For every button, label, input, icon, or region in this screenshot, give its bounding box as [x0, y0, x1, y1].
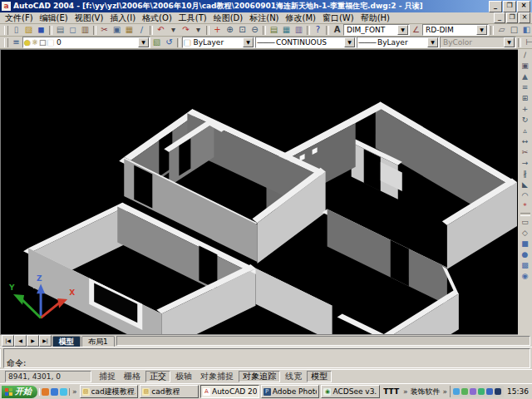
cylinder-button[interactable]: ◉ [519, 271, 531, 282]
restore-button[interactable]: ❐ [503, 1, 516, 12]
color-combo[interactable]: ■ ByLayer ▼ [182, 37, 255, 48]
chevron-icon[interactable]: » [71, 387, 78, 396]
tool-palettes-button[interactable]: ▥ [293, 25, 305, 36]
3d-objects-button[interactable]: ◇ [519, 228, 531, 239]
toggle-6[interactable]: 线宽 [282, 372, 305, 382]
zoom-previous-button[interactable]: ⊖ [249, 25, 261, 36]
toggle-4[interactable]: 对象捕捉 [197, 372, 237, 382]
stretch-button[interactable]: ↔ [519, 136, 531, 147]
taskbar-task-4[interactable]: ◉ACDSee v3.1... [321, 385, 380, 398]
redo-button[interactable]: ↷ [180, 25, 192, 36]
sphere-button[interactable]: ● [519, 249, 531, 260]
menu-item-2[interactable]: 视图(V) [71, 12, 107, 24]
lineweight-combo[interactable]: ——— ByLayer ▼ [357, 37, 440, 48]
paste-button[interactable]: ▦ [123, 25, 135, 36]
layout-tab-0[interactable]: 模型 [52, 336, 81, 347]
properties-button[interactable]: ▤ [268, 25, 280, 36]
dim-style-combo[interactable]: RD-DIM ▼ [422, 24, 489, 36]
menu-item-9[interactable]: 窗口(W) [319, 12, 357, 24]
drawing-viewport[interactable]: Z X Y [0, 49, 518, 335]
scale-button[interactable]: ▵ [519, 126, 531, 136]
layout-tab-1[interactable]: 布局1 [81, 336, 115, 347]
3d-wireframe-button[interactable]: □ [508, 25, 520, 36]
chamfer-button[interactable]: ◣ [519, 180, 531, 190]
tray-5-icon[interactable] [486, 388, 493, 395]
trim-button[interactable]: ✂ [519, 147, 531, 158]
taskbar-task-0[interactable]: ▨cad建模教程... [80, 385, 139, 398]
tray-6-icon[interactable] [495, 388, 501, 395]
redo-dropdown-button[interactable]: ▾ [192, 25, 204, 36]
undo-button[interactable]: ↶ [155, 25, 167, 36]
menu-item-7[interactable]: 标注(N) [246, 12, 282, 24]
extend-button[interactable]: → [519, 158, 531, 169]
chevron-down-icon[interactable]: ▼ [427, 37, 438, 47]
minimize-button[interactable]: _ [489, 1, 502, 12]
text-style-combo[interactable]: DIM_FONT ▼ [343, 24, 410, 36]
break-button[interactable]: ∦ [519, 169, 531, 180]
erase-button[interactable]: ∕ [519, 50, 531, 61]
toolbar-grip[interactable] [4, 26, 8, 35]
menu-item-10[interactable]: 帮助(H) [357, 12, 393, 24]
doc-close-button[interactable]: × [519, 12, 530, 23]
pan-button[interactable]: + [211, 25, 224, 36]
box-button[interactable]: ■ [519, 239, 531, 249]
toggle-7[interactable]: 模型 [307, 371, 332, 382]
tab-nav-3[interactable]: ▶| [39, 335, 52, 347]
match-properties-button[interactable]: ∕ [135, 25, 148, 36]
tray-2-icon[interactable] [461, 388, 468, 395]
taskbar-task-3[interactable]: PAdobe Photo... [261, 385, 320, 398]
taskbar-task-2[interactable]: AAutoCAD 200... [200, 385, 259, 398]
menu-item-0[interactable]: 文件(F) [2, 12, 37, 24]
dim-style-icon[interactable]: ∠ [410, 25, 422, 36]
save-button[interactable]: ◼ [35, 25, 47, 36]
menu-item-1[interactable]: 编辑(E) [37, 12, 71, 24]
undo-dropdown-button[interactable]: ▾ [167, 25, 180, 36]
zoom-window-button[interactable]: ⊡ [236, 25, 249, 36]
horizontal-scrollbar[interactable] [116, 336, 530, 346]
taskbar-task-1[interactable]: ▨cad教程 [140, 385, 199, 398]
cube-button[interactable]: ▩ [519, 260, 531, 271]
region-button[interactable]: ▭ [519, 217, 531, 228]
chevron-down-icon[interactable]: ▼ [344, 37, 355, 47]
hidden-button[interactable]: ◧ [520, 25, 532, 36]
start-button[interactable]: 开始 [2, 386, 37, 398]
tab-nav-0[interactable]: |◀ [2, 335, 14, 347]
chevron-down-icon[interactable]: ▼ [138, 37, 149, 47]
quicklaunch-1-icon[interactable] [42, 388, 49, 396]
chevron-down-icon[interactable]: ▼ [476, 25, 487, 35]
mirror-button[interactable]: ▲ [519, 71, 531, 82]
chevron-icon[interactable]: » [442, 387, 449, 396]
toggle-5[interactable]: 对象追踪 [239, 371, 280, 382]
layer-combo[interactable]: ●☼□■ 0 ▼ [22, 37, 150, 48]
quicklaunch-2-icon[interactable] [51, 388, 58, 396]
tab-nav-1[interactable]: ◀ [14, 335, 27, 347]
menu-item-5[interactable]: 工具(T) [175, 12, 210, 24]
designcenter-button[interactable]: ▦ [280, 25, 293, 36]
copy-object-button[interactable]: ▣ [519, 61, 531, 71]
publish-button[interactable]: ▥ [79, 25, 91, 36]
desktop-toolbar-label[interactable]: 装饰软件 [411, 387, 441, 397]
menu-item-8[interactable]: 修改(M) [283, 12, 319, 24]
layer-previous-button[interactable]: ↺ [163, 37, 175, 48]
linetype-combo[interactable]: ——— CONTINUOUS ▼ [255, 37, 357, 48]
toggle-2[interactable]: 正交 [145, 371, 170, 382]
toggle-3[interactable]: 极轴 [172, 372, 195, 382]
print-button[interactable]: ▤ [54, 25, 66, 36]
doc-restore-button[interactable]: ❐ [506, 12, 518, 23]
close-button[interactable]: × [517, 1, 530, 12]
cut-button[interactable]: ✂ [98, 25, 111, 36]
menu-item-6[interactable]: 绘图(D) [210, 12, 247, 24]
chevron-icon[interactable]: » [402, 387, 409, 396]
quicklaunch-3-icon[interactable] [60, 388, 67, 396]
2d-wireframe-button[interactable]: ▱ [495, 25, 508, 36]
command-window[interactable]: 命令: [0, 347, 532, 369]
language-indicator[interactable]: TTT [382, 387, 401, 396]
fillet-button[interactable]: ◠ [519, 190, 531, 201]
new-button[interactable]: ▯ [10, 25, 22, 36]
copy-button[interactable]: ▣ [111, 25, 123, 36]
menu-item-4[interactable]: 格式(O) [139, 12, 175, 24]
dim-quick-icon[interactable]: ⊢ [523, 37, 532, 48]
help-button[interactable]: ? [312, 25, 324, 36]
doc-minimize-button[interactable]: _ [494, 12, 505, 23]
tray-4-icon[interactable] [478, 388, 485, 395]
